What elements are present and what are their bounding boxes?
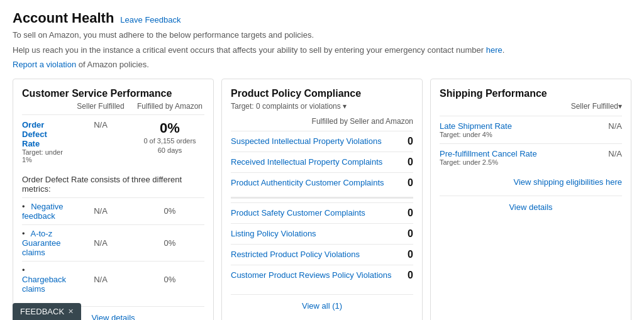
sub-metrics-list: • Negative feedback N/A 0% • A-to-z Guar…: [22, 197, 204, 297]
policy-row-0: Suspected Intellectual Property Violatio…: [231, 131, 413, 152]
policy-link-6[interactable]: Customer Product Reviews Policy Violatio…: [231, 270, 394, 280]
header-section: Account Health Leave Feedback To sell on…: [13, 10, 631, 71]
chargeback-link[interactable]: Chargeback claims: [22, 275, 66, 294]
prefulfillment-link[interactable]: Pre-fulfillment Cancel Rate: [440, 149, 537, 158]
view-shipping-link[interactable]: View shipping eligibilities here: [440, 177, 622, 187]
policy-count-5: 0: [394, 249, 413, 260]
csp-col1: Seller Fulfilled: [66, 102, 135, 111]
csp-card: Customer Service Performance Seller Fulf…: [13, 79, 214, 321]
policy-row-2: Product Authenticity Customer Complaints…: [231, 172, 413, 193]
shipping-row-0: Late Shipment Rate Target: under 4% N/A: [440, 116, 622, 143]
header-desc2: Help us reach you in the instance a crit…: [13, 44, 631, 57]
policy-divider: [231, 197, 413, 199]
csp-view-details-link[interactable]: View details: [91, 313, 135, 321]
sp-label-col-1: Pre-fulfillment Cancel Rate Target: unde…: [440, 149, 584, 166]
odr-row: Order Defect Rate Target: under 1% N/A 0…: [22, 114, 204, 168]
ppc-view-all-link[interactable]: View all (1): [302, 301, 342, 311]
feedback-button[interactable]: FEEDBACK ✕: [13, 303, 81, 320]
negative-feedback-link[interactable]: Negative feedback: [22, 202, 64, 221]
sub-metric-negative-feedback: • Negative feedback N/A 0%: [22, 197, 204, 224]
odr-orders: 0 of 3,155 orders: [135, 136, 204, 146]
ppc-view-all-row: View all (1): [231, 294, 413, 311]
sub-pct-2: 0%: [135, 275, 204, 284]
ppc-col-header-text: Fulfilled by Seller and Amazon: [312, 117, 413, 126]
sub-metric-chargeback: • Chargeback claims N/A 0%: [22, 261, 204, 297]
late-shipment-link[interactable]: Late Shipment Rate: [440, 121, 512, 131]
policy-count-1: 0: [394, 157, 413, 168]
policy-row-4: Listing Policy Violations 0: [231, 223, 413, 244]
report-suffix: of Amazon policies.: [79, 60, 149, 69]
sp-label-col-0: Late Shipment Rate Target: under 4%: [440, 121, 584, 138]
policy-count-2: 0: [394, 177, 413, 189]
policy-count-3: 0: [394, 207, 413, 219]
policy-row-6: Customer Product Reviews Policy Violatio…: [231, 265, 413, 285]
policy-count-4: 0: [394, 228, 413, 240]
odr-pct: 0%: [135, 120, 204, 136]
ppc-group1: Suspected Intellectual Property Violatio…: [231, 131, 413, 193]
sp-val-0: N/A: [584, 121, 622, 131]
policy-link-0[interactable]: Suspected Intellectual Property Violatio…: [231, 136, 394, 146]
policy-link-5[interactable]: Restricted Product Policy Violations: [231, 250, 394, 259]
policy-link-2[interactable]: Product Authenticity Customer Complaints: [231, 178, 394, 187]
sub-val-2: N/A: [66, 275, 135, 284]
policy-row-5: Restricted Product Policy Violations 0: [231, 244, 413, 265]
sp-col-header: Seller Fulfilled ▾: [440, 102, 622, 111]
shipping-row-1: Pre-fulfillment Cancel Rate Target: unde…: [440, 143, 622, 171]
ppc-target: Target: 0 complaints or violations ▾: [231, 102, 413, 111]
policy-link-3[interactable]: Product Safety Customer Complaints: [231, 208, 394, 218]
csp-col2: Fulfilled by Amazon: [135, 102, 204, 111]
sp-target-1: Target: under 2.5%: [440, 158, 584, 166]
sp-card: Shipping Performance Seller Fulfilled ▾ …: [430, 79, 631, 321]
odr-col1-val: N/A: [66, 120, 135, 130]
odr-link[interactable]: Order Defect Rate: [22, 120, 47, 148]
sub-metric-label-2: • Chargeback claims: [22, 265, 66, 294]
leave-feedback-link[interactable]: Leave Feedback: [120, 15, 180, 25]
feedback-close-icon[interactable]: ✕: [68, 307, 74, 316]
ppc-title: Product Policy Compliance: [231, 88, 413, 99]
odr-col2-val: 0% 0 of 3,155 orders 60 days: [135, 120, 204, 156]
sub-val-1: N/A: [66, 238, 135, 248]
page-title: Account Health: [13, 10, 114, 26]
here-link[interactable]: here: [486, 45, 502, 55]
sub-metric-az-guarantee: • A-to-z Guarantee claims N/A 0%: [22, 224, 204, 261]
sp-title: Shipping Performance: [440, 88, 622, 99]
ppc-card: Product Policy Compliance Target: 0 comp…: [221, 79, 423, 321]
ppc-col-header: Fulfilled by Seller and Amazon: [231, 117, 413, 126]
policy-row-1: Received Intellectual Property Complaint…: [231, 152, 413, 172]
policy-count-6: 0: [394, 270, 413, 281]
sp-view-details-row: View details: [440, 196, 622, 212]
policy-link-1[interactable]: Received Intellectual Property Complaint…: [231, 157, 394, 167]
sp-val-1: N/A: [584, 149, 622, 158]
sp-view-details-link[interactable]: View details: [509, 202, 552, 212]
report-violation-text: Report a violation of Amazon policies.: [13, 58, 631, 71]
sub-metric-label-1: • A-to-z Guarantee claims: [22, 229, 66, 257]
sub-metric-label-0: • Negative feedback: [22, 202, 66, 221]
sub-pct-1: 0%: [135, 238, 204, 248]
az-guarantee-link[interactable]: A-to-z Guarantee claims: [22, 229, 60, 257]
cards-row: Customer Service Performance Seller Fulf…: [13, 79, 631, 321]
sub-pct-0: 0%: [135, 206, 204, 216]
odr-label-col: Order Defect Rate Target: under 1%: [22, 120, 66, 163]
sp-target-0: Target: under 4%: [440, 131, 584, 138]
defect-desc: Order Defect Rate consists of three diff…: [22, 175, 204, 194]
csp-col-headers: Seller Fulfilled Fulfilled by Amazon: [22, 102, 204, 111]
sub-val-0: N/A: [66, 206, 135, 216]
csp-title: Customer Service Performance: [22, 88, 204, 99]
policy-link-4[interactable]: Listing Policy Violations: [231, 229, 394, 238]
sp-col-header-text: Seller Fulfilled: [571, 102, 618, 111]
header-desc1: To sell on Amazon, you must adhere to th…: [13, 29, 631, 41]
report-violation-link[interactable]: Report a violation: [13, 60, 76, 69]
feedback-label: FEEDBACK: [20, 307, 64, 316]
policy-row-3: Product Safety Customer Complaints 0: [231, 202, 413, 223]
header-desc2-text: Help us reach you in the instance a crit…: [13, 45, 486, 55]
odr-target: Target: under 1%: [22, 148, 66, 163]
ppc-group2: Product Safety Customer Complaints 0 Lis…: [231, 202, 413, 285]
policy-count-0: 0: [394, 136, 413, 147]
odr-days: 60 days: [135, 146, 204, 155]
